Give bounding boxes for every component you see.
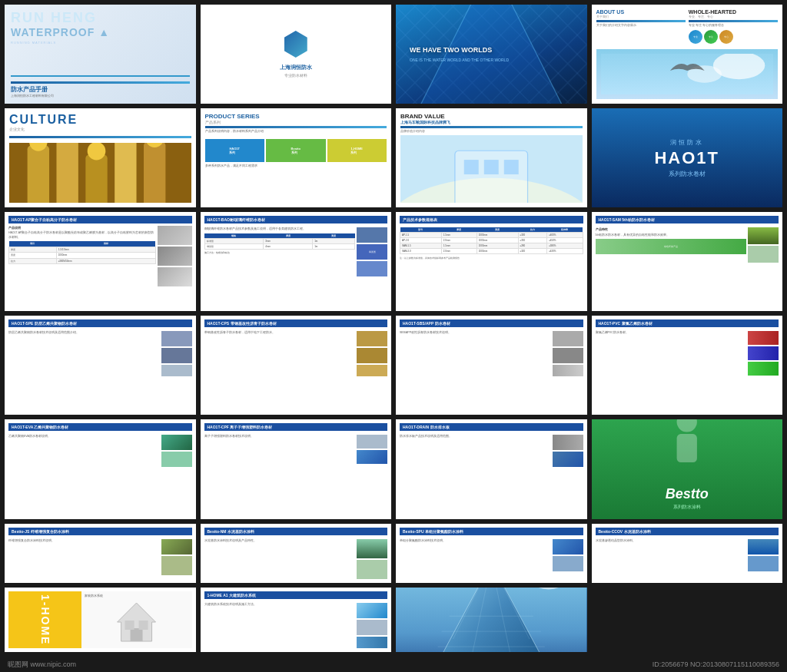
svg-rect-9 — [85, 155, 107, 204]
about-content: 关于我们的介绍文字内容展示 — [596, 24, 686, 28]
watermark-left: 昵图网 www.nipic.com — [8, 660, 76, 670]
card-hao1t-ap[interactable]: HAO1T-AP聚合子自粘高分子防水卷材 产品说明 HAO1T-AP聚合子自粘高… — [5, 212, 196, 311]
brand-value-title: BRAND VALUE — [400, 113, 583, 120]
wholehearted-subtitle: 专业、专注、专心 — [689, 15, 778, 18]
bestto-spu-header: Bestto-SPU 单组分聚氨酯防水涂料 — [400, 528, 583, 535]
company-logo — [284, 31, 307, 58]
card-back-cover[interactable] — [396, 588, 587, 652]
card-hao1t-cps[interactable]: HAO1T-CPS 带铜基改性沥青子防水卷材 带铜基改性沥青子防水卷材，适用于地… — [201, 316, 392, 415]
svg-rect-28 — [139, 621, 148, 630]
hao1t-cps-header: HAO1T-CPS 带铜基改性沥青子防水卷材 — [204, 319, 388, 327]
cover-sub2: RUNNING MATERIALS — [11, 41, 190, 45]
bestto-ccov-header: Bestto-CCOV 水泥基防水涂料 — [596, 528, 779, 535]
card-cover-runheng[interactable]: RUN HENG WATERPROOF ▲ RUNNING MATERIALS … — [5, 5, 196, 104]
hao1t-sbs-header: HAO1T-SBS/APP 防水卷材 — [400, 319, 583, 327]
card-1home-a1[interactable]: 1-HOME A1 大建筑防水系统 大建筑防水系统技术说明及施工方法。 — [201, 588, 392, 652]
1home-a1-header: 1-HOME A1 大建筑防水系统 — [204, 591, 388, 599]
card-culture[interactable]: CULTURE 企业文化 — [5, 108, 196, 207]
svg-rect-7 — [28, 146, 49, 204]
card-1home-cover[interactable]: 1-HOME 家装防水系统 — [5, 588, 196, 652]
cover-subtitle: WATERPROOF ▲ — [11, 26, 190, 38]
card-hao1t-bao[interactable]: HAO1T-BAO耐/玻璃纤维防水卷材 耐/玻璃纤维防水卷材产品技术参数及施工说… — [201, 212, 392, 311]
svg-rect-8 — [56, 143, 78, 203]
svg-rect-21 — [484, 160, 499, 174]
card-brand-value[interactable]: BRAND VALUE 上海马车靴国际科技品牌腾飞 品牌价值介绍内容 — [396, 108, 587, 207]
hao1t-title: HAO1T — [654, 148, 719, 168]
bestto-nm-header: Bestto-NM 水泥基防水涂料 — [204, 528, 388, 535]
hao1t-drain-header: HAO1T-DRAIN 防水排水板 — [400, 423, 583, 431]
svg-rect-11 — [144, 143, 165, 203]
card-bestto-js[interactable]: Bestto-JS 纤维增强复合防水涂料 纤维增强复合防水涂料技术说明。 — [5, 524, 196, 583]
svg-rect-27 — [125, 621, 134, 630]
product-box-2: Bestto系列 — [266, 139, 326, 162]
card-hao1t-cpf[interactable]: HAO1T-CPF 离子子增强塑料防水卷材 离子子增强塑料防水卷材技术说明。 — [201, 419, 392, 518]
bestto-js-header: Bestto-JS 纤维增强复合防水涂料 — [8, 528, 192, 535]
svg-rect-24 — [677, 434, 697, 462]
hao1t-ap-header: HAO1T-AP聚合子自粘高分子防水卷材 — [8, 216, 192, 223]
hao1t-eva-header: HAO1T-EVA 乙烯共聚物防水卷材 — [8, 423, 192, 431]
culture-title: CULTURE — [9, 113, 191, 127]
svg-rect-22 — [504, 160, 519, 174]
card-hao1t-eva[interactable]: HAO1T-EVA 乙烯共聚物防水卷材 乙烯共聚物EVA防水卷材说明。 — [5, 419, 196, 518]
watermark-bar: 昵图网 www.nipic.com ID:2056679 NO:20130807… — [0, 657, 787, 672]
watermark-right: ID:2056679 NO:20130807115110089356 — [653, 660, 779, 668]
wholehearted-title: WHOLE-HEARTED — [689, 9, 778, 15]
company-name: 上海润恒防水 — [280, 64, 312, 71]
card-bestto-nm[interactable]: Bestto-NM 水泥基防水涂料 水泥基防水涂料技术说明及产品特性。 — [201, 524, 392, 583]
brand-value-subtitle: 上海马车靴国际科技品牌腾飞 — [400, 120, 583, 124]
hao1t-subtitle: 系列防水卷材 — [654, 170, 719, 178]
blue-cover-subline: ONE IS THE WATER WORLD AND THE OTHER WOR… — [410, 58, 573, 62]
hao1t-pvc-header: HAO1T-PVC 聚氯乙烯防水卷材 — [596, 319, 779, 327]
company-tagline: 专业防水材料 — [284, 73, 307, 78]
svg-rect-10 — [115, 143, 136, 203]
card-bestto-ccov[interactable]: Bestto-CCOV 水泥基防水涂料 水泥基渗透结晶型防水涂料。 — [592, 524, 783, 583]
about-subtitle: 关于我们 — [596, 15, 686, 18]
hao1t-bao-header: HAO1T-BAO耐/玻璃纤维防水卷材 — [204, 216, 388, 223]
product-box-3: 1-HOME系列 — [327, 139, 387, 162]
card-product-series[interactable]: PRODUCT SERIES 产品系列 产品系列说明内容，防水材料系列产品介绍 … — [201, 108, 392, 207]
hao1t-spe-header: HAO1T-SPE 防层乙烯共聚物防水卷材 — [8, 319, 192, 327]
card-hao1t-sam[interactable]: HAO1T-SAM 5th粘防水防水卷材 产品特性 5th粘防水防水卷材，具有优… — [592, 212, 783, 311]
hao1t-sam-header: HAO1T-SAM 5th粘防水防水卷材 — [596, 216, 779, 223]
card-product-spec[interactable]: 产品技术参数规格表 型号厚度宽度拉力延伸率 AP-1.51.5mm1000mm≥… — [396, 212, 587, 311]
cover-title: RUN HENG — [11, 11, 190, 26]
1home-title: 1-HOME — [39, 594, 51, 645]
card-hao1t-spe[interactable]: HAO1T-SPE 防层乙烯共聚物防水卷材 防层乙烯共聚物防水卷材技术说明及适用… — [5, 316, 196, 415]
card-bestto-cover[interactable]: Bestto 系列防水涂料 — [592, 419, 783, 518]
card-bestto-spu[interactable]: Bestto-SPU 单组分聚氨酯防水涂料 单组分聚氨酯防水涂料技术说明。 — [396, 524, 587, 583]
blue-cover-headline: WE HAVE TWO WORLDS — [410, 46, 573, 55]
product-series-title: PRODUCT SERIES — [205, 113, 387, 120]
main-grid: RUN HENG WATERPROOF ▲ RUNNING MATERIALS … — [0, 0, 787, 657]
cover-bottom-sub: 上海润恒防水工程材料有限公司 — [11, 94, 190, 98]
card-hao1t-pvc[interactable]: HAO1T-PVC 聚氯乙烯防水卷材 聚氯乙烯PVC防水卷材。 — [592, 316, 783, 415]
bestto-subtitle: 系列防水涂料 — [598, 504, 777, 511]
card-hao1t-drain[interactable]: HAO1T-DRAIN 防水排水板 防水排水板产品技术说明及适用范围。 — [396, 419, 587, 518]
product-box-1: HAO1T系列 — [205, 139, 265, 162]
svg-rect-20 — [464, 160, 479, 174]
card-logo[interactable]: 上海润恒防水 专业防水材料 — [201, 5, 392, 104]
hao1t-cpf-header: HAO1T-CPF 离子子增强塑料防水卷材 — [204, 423, 388, 431]
card-about-us[interactable]: ABOUT US 关于我们 关于我们的介绍文字内容展示 WHOLE-HEARTE… — [592, 5, 783, 104]
about-title: ABOUT US — [596, 9, 686, 15]
product-series-subtitle: 产品系列 — [205, 120, 387, 124]
culture-subtitle: 企业文化 — [9, 127, 191, 131]
card-hao1t-sbs-app[interactable]: HAO1T-SBS/APP 防水卷材 SBS/APP改性沥青防水卷材技术说明。 — [396, 316, 587, 415]
card-blue-cover[interactable]: WE HAVE TWO WORLDS ONE IS THE WATER WORL… — [396, 5, 587, 104]
product-spec-header: 产品技术参数规格表 — [400, 216, 583, 223]
svg-point-23 — [677, 419, 697, 432]
card-hao1t-cover[interactable]: 润恒防水 HAO1T 系列防水卷材 — [592, 108, 783, 207]
svg-rect-19 — [455, 151, 528, 204]
svg-rect-26 — [131, 628, 143, 641]
bestto-title: Bestto — [598, 486, 777, 502]
cover-bottom-title: 防水产品手册 — [11, 85, 190, 94]
